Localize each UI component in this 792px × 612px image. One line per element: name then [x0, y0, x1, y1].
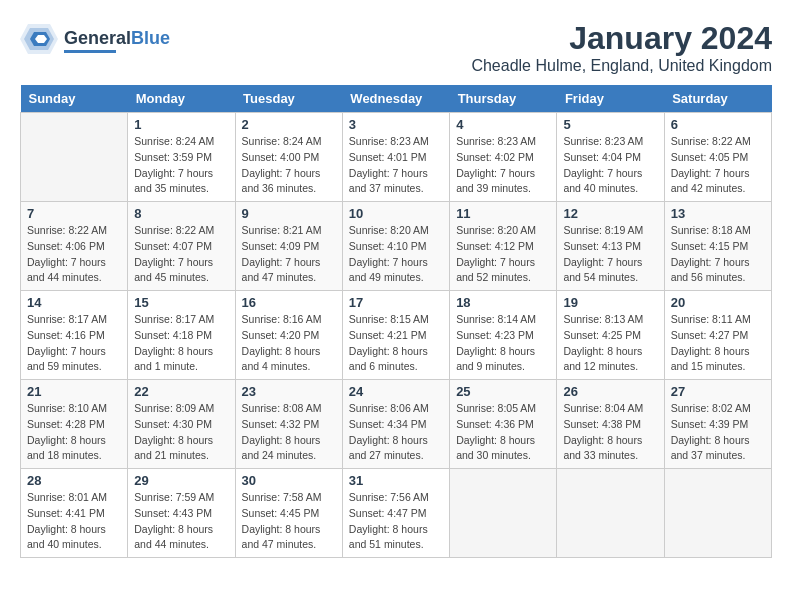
- calendar-cell: 12Sunrise: 8:19 AM Sunset: 4:13 PM Dayli…: [557, 202, 664, 291]
- day-number: 6: [671, 117, 765, 132]
- day-number: 11: [456, 206, 550, 221]
- calendar-cell: 23Sunrise: 8:08 AM Sunset: 4:32 PM Dayli…: [235, 380, 342, 469]
- calendar-week-3: 14Sunrise: 8:17 AM Sunset: 4:16 PM Dayli…: [21, 291, 772, 380]
- calendar-cell: 8Sunrise: 8:22 AM Sunset: 4:07 PM Daylig…: [128, 202, 235, 291]
- day-number: 9: [242, 206, 336, 221]
- logo-underline: [64, 50, 116, 53]
- calendar-week-5: 28Sunrise: 8:01 AM Sunset: 4:41 PM Dayli…: [21, 469, 772, 558]
- day-info: Sunrise: 8:04 AM Sunset: 4:38 PM Dayligh…: [563, 401, 657, 464]
- calendar-week-1: 1Sunrise: 8:24 AM Sunset: 3:59 PM Daylig…: [21, 113, 772, 202]
- day-number: 21: [27, 384, 121, 399]
- day-number: 22: [134, 384, 228, 399]
- day-info: Sunrise: 8:11 AM Sunset: 4:27 PM Dayligh…: [671, 312, 765, 375]
- calendar-cell: 24Sunrise: 8:06 AM Sunset: 4:34 PM Dayli…: [342, 380, 449, 469]
- day-info: Sunrise: 7:56 AM Sunset: 4:47 PM Dayligh…: [349, 490, 443, 553]
- calendar-cell: 4Sunrise: 8:23 AM Sunset: 4:02 PM Daylig…: [450, 113, 557, 202]
- title-block: January 2024 Cheadle Hulme, England, Uni…: [471, 20, 772, 75]
- calendar-cell: [557, 469, 664, 558]
- day-number: 3: [349, 117, 443, 132]
- day-number: 25: [456, 384, 550, 399]
- calendar-cell: 30Sunrise: 7:58 AM Sunset: 4:45 PM Dayli…: [235, 469, 342, 558]
- day-info: Sunrise: 8:02 AM Sunset: 4:39 PM Dayligh…: [671, 401, 765, 464]
- day-number: 2: [242, 117, 336, 132]
- day-number: 24: [349, 384, 443, 399]
- calendar-cell: 19Sunrise: 8:13 AM Sunset: 4:25 PM Dayli…: [557, 291, 664, 380]
- calendar-cell: 13Sunrise: 8:18 AM Sunset: 4:15 PM Dayli…: [664, 202, 771, 291]
- day-header-thursday: Thursday: [450, 85, 557, 113]
- calendar-cell: [21, 113, 128, 202]
- logo-icon: [20, 20, 58, 62]
- day-info: Sunrise: 8:22 AM Sunset: 4:05 PM Dayligh…: [671, 134, 765, 197]
- day-info: Sunrise: 8:13 AM Sunset: 4:25 PM Dayligh…: [563, 312, 657, 375]
- day-info: Sunrise: 8:21 AM Sunset: 4:09 PM Dayligh…: [242, 223, 336, 286]
- calendar-cell: 20Sunrise: 8:11 AM Sunset: 4:27 PM Dayli…: [664, 291, 771, 380]
- calendar-cell: 18Sunrise: 8:14 AM Sunset: 4:23 PM Dayli…: [450, 291, 557, 380]
- day-number: 15: [134, 295, 228, 310]
- day-info: Sunrise: 8:20 AM Sunset: 4:12 PM Dayligh…: [456, 223, 550, 286]
- calendar-cell: 2Sunrise: 8:24 AM Sunset: 4:00 PM Daylig…: [235, 113, 342, 202]
- page-subtitle: Cheadle Hulme, England, United Kingdom: [471, 57, 772, 75]
- logo-blue: Blue: [131, 28, 170, 48]
- day-number: 8: [134, 206, 228, 221]
- calendar-week-2: 7Sunrise: 8:22 AM Sunset: 4:06 PM Daylig…: [21, 202, 772, 291]
- day-info: Sunrise: 8:06 AM Sunset: 4:34 PM Dayligh…: [349, 401, 443, 464]
- calendar-cell: 21Sunrise: 8:10 AM Sunset: 4:28 PM Dayli…: [21, 380, 128, 469]
- day-info: Sunrise: 8:10 AM Sunset: 4:28 PM Dayligh…: [27, 401, 121, 464]
- day-info: Sunrise: 8:17 AM Sunset: 4:16 PM Dayligh…: [27, 312, 121, 375]
- day-info: Sunrise: 8:23 AM Sunset: 4:02 PM Dayligh…: [456, 134, 550, 197]
- page-title: January 2024: [471, 20, 772, 57]
- day-info: Sunrise: 7:59 AM Sunset: 4:43 PM Dayligh…: [134, 490, 228, 553]
- day-info: Sunrise: 8:19 AM Sunset: 4:13 PM Dayligh…: [563, 223, 657, 286]
- calendar-cell: 28Sunrise: 8:01 AM Sunset: 4:41 PM Dayli…: [21, 469, 128, 558]
- day-info: Sunrise: 8:05 AM Sunset: 4:36 PM Dayligh…: [456, 401, 550, 464]
- day-number: 26: [563, 384, 657, 399]
- calendar-cell: 26Sunrise: 8:04 AM Sunset: 4:38 PM Dayli…: [557, 380, 664, 469]
- day-info: Sunrise: 8:22 AM Sunset: 4:07 PM Dayligh…: [134, 223, 228, 286]
- day-number: 28: [27, 473, 121, 488]
- day-info: Sunrise: 8:23 AM Sunset: 4:01 PM Dayligh…: [349, 134, 443, 197]
- calendar-cell: 22Sunrise: 8:09 AM Sunset: 4:30 PM Dayli…: [128, 380, 235, 469]
- calendar-header-row: SundayMondayTuesdayWednesdayThursdayFrid…: [21, 85, 772, 113]
- day-header-wednesday: Wednesday: [342, 85, 449, 113]
- day-number: 16: [242, 295, 336, 310]
- calendar-cell: [664, 469, 771, 558]
- calendar-cell: 6Sunrise: 8:22 AM Sunset: 4:05 PM Daylig…: [664, 113, 771, 202]
- calendar-table: SundayMondayTuesdayWednesdayThursdayFrid…: [20, 85, 772, 558]
- calendar-cell: 16Sunrise: 8:16 AM Sunset: 4:20 PM Dayli…: [235, 291, 342, 380]
- day-info: Sunrise: 8:18 AM Sunset: 4:15 PM Dayligh…: [671, 223, 765, 286]
- day-info: Sunrise: 8:20 AM Sunset: 4:10 PM Dayligh…: [349, 223, 443, 286]
- day-header-tuesday: Tuesday: [235, 85, 342, 113]
- calendar-week-4: 21Sunrise: 8:10 AM Sunset: 4:28 PM Dayli…: [21, 380, 772, 469]
- day-header-friday: Friday: [557, 85, 664, 113]
- day-info: Sunrise: 8:15 AM Sunset: 4:21 PM Dayligh…: [349, 312, 443, 375]
- calendar-cell: 17Sunrise: 8:15 AM Sunset: 4:21 PM Dayli…: [342, 291, 449, 380]
- calendar-cell: 25Sunrise: 8:05 AM Sunset: 4:36 PM Dayli…: [450, 380, 557, 469]
- day-number: 27: [671, 384, 765, 399]
- day-number: 23: [242, 384, 336, 399]
- calendar-cell: 10Sunrise: 8:20 AM Sunset: 4:10 PM Dayli…: [342, 202, 449, 291]
- day-number: 20: [671, 295, 765, 310]
- day-info: Sunrise: 8:14 AM Sunset: 4:23 PM Dayligh…: [456, 312, 550, 375]
- day-info: Sunrise: 8:16 AM Sunset: 4:20 PM Dayligh…: [242, 312, 336, 375]
- day-number: 17: [349, 295, 443, 310]
- logo-general: General: [64, 28, 131, 48]
- day-number: 5: [563, 117, 657, 132]
- page-header: GeneralBlue January 2024 Cheadle Hulme, …: [20, 20, 772, 75]
- calendar-cell: 31Sunrise: 7:56 AM Sunset: 4:47 PM Dayli…: [342, 469, 449, 558]
- calendar-cell: 15Sunrise: 8:17 AM Sunset: 4:18 PM Dayli…: [128, 291, 235, 380]
- day-info: Sunrise: 8:17 AM Sunset: 4:18 PM Dayligh…: [134, 312, 228, 375]
- day-info: Sunrise: 8:08 AM Sunset: 4:32 PM Dayligh…: [242, 401, 336, 464]
- calendar-cell: 1Sunrise: 8:24 AM Sunset: 3:59 PM Daylig…: [128, 113, 235, 202]
- day-info: Sunrise: 8:24 AM Sunset: 3:59 PM Dayligh…: [134, 134, 228, 197]
- day-number: 7: [27, 206, 121, 221]
- day-number: 4: [456, 117, 550, 132]
- day-header-saturday: Saturday: [664, 85, 771, 113]
- logo: GeneralBlue: [20, 20, 170, 62]
- calendar-cell: 3Sunrise: 8:23 AM Sunset: 4:01 PM Daylig…: [342, 113, 449, 202]
- day-info: Sunrise: 8:09 AM Sunset: 4:30 PM Dayligh…: [134, 401, 228, 464]
- day-number: 10: [349, 206, 443, 221]
- day-info: Sunrise: 7:58 AM Sunset: 4:45 PM Dayligh…: [242, 490, 336, 553]
- day-header-sunday: Sunday: [21, 85, 128, 113]
- day-number: 31: [349, 473, 443, 488]
- calendar-cell: 5Sunrise: 8:23 AM Sunset: 4:04 PM Daylig…: [557, 113, 664, 202]
